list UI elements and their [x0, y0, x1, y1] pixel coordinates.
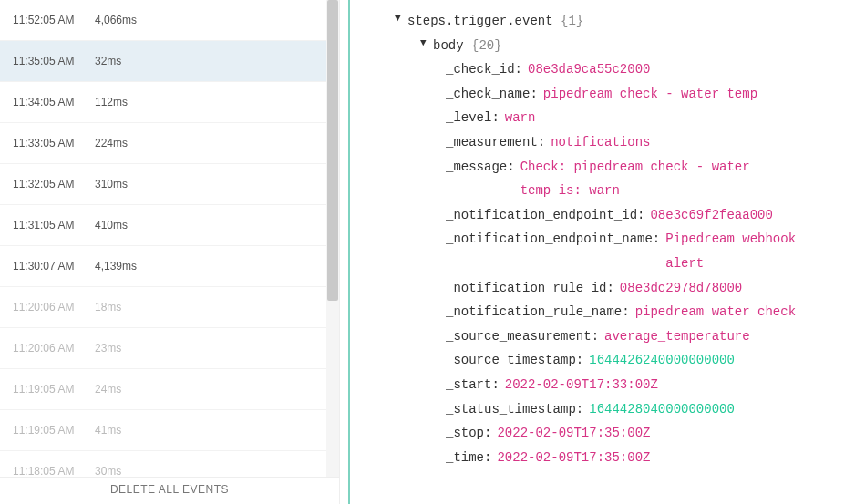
tree-count: {1}	[561, 9, 583, 34]
field-value: 1644426240000000000	[589, 348, 735, 373]
event-duration: 18ms	[95, 301, 326, 314]
tree-node-root[interactable]: ▼ steps.trigger.event {1}	[395, 9, 846, 34]
event-row[interactable]: 11:18:05 AM 30ms	[0, 451, 339, 477]
event-row[interactable]: 11:30:07 AM 4,139ms	[0, 246, 339, 287]
event-row[interactable]: 11:19:05 AM 41ms	[0, 410, 339, 451]
field-value: Check: pipedream check - water temp is: …	[520, 155, 776, 203]
event-duration: 112ms	[95, 96, 326, 108]
field-message[interactable]: _message: Check: pipedream check - water…	[395, 155, 846, 203]
event-time: 11:20:06 AM	[13, 342, 95, 355]
events-list: 11:52:05 AM 4,066ms 11:35:05 AM 32ms 11:…	[0, 0, 339, 477]
event-duration: 41ms	[95, 424, 326, 437]
field-time[interactable]: _time: 2022-02-09T17:35:00Z	[395, 446, 846, 470]
event-time: 11:52:05 AM	[13, 14, 95, 26]
event-duration: 32ms	[95, 55, 326, 67]
event-time: 11:31:05 AM	[13, 219, 95, 231]
scrollbar-track[interactable]	[326, 0, 339, 477]
tree-key: body	[433, 34, 464, 58]
field-source-measurement[interactable]: _source_measurement: average_temperature	[395, 324, 846, 349]
tree-count: {20}	[471, 34, 502, 58]
field-key: _status_timestamp:	[446, 397, 583, 422]
event-row[interactable]: 11:34:05 AM 112ms	[0, 82, 339, 123]
event-duration: 30ms	[95, 465, 326, 477]
field-start[interactable]: _start: 2022-02-09T17:33:00Z	[395, 373, 846, 397]
event-time: 11:30:07 AM	[13, 260, 95, 273]
event-time: 11:20:06 AM	[13, 301, 95, 314]
event-row[interactable]: 11:32:05 AM 310ms	[0, 164, 339, 205]
field-key: _source_measurement:	[446, 324, 599, 349]
field-level[interactable]: _level: warn	[395, 106, 846, 130]
event-duration: 4,066ms	[95, 14, 326, 26]
field-key: _check_id:	[446, 57, 522, 82]
field-key: _measurement:	[446, 130, 545, 155]
panel-divider[interactable]	[340, 0, 358, 504]
tree-node-body[interactable]: ▼ body {20}	[395, 34, 846, 58]
field-status-timestamp[interactable]: _status_timestamp: 1644428040000000000	[395, 397, 846, 422]
event-row[interactable]: 11:52:05 AM 4,066ms	[0, 0, 339, 41]
field-key: _notification_rule_name:	[446, 300, 630, 324]
event-duration: 224ms	[95, 137, 326, 149]
field-value: average_temperature	[604, 324, 750, 349]
field-value: pipedream water check	[635, 300, 796, 324]
field-key: _notification_rule_id:	[446, 276, 614, 301]
event-time: 11:34:05 AM	[13, 96, 95, 108]
caret-down-icon: ▼	[420, 34, 431, 53]
field-notification-endpoint-name[interactable]: _notification_endpoint_name: Pipedream w…	[395, 227, 846, 275]
event-duration: 410ms	[95, 219, 326, 231]
event-time: 11:33:05 AM	[13, 137, 95, 149]
field-key: _notification_endpoint_name:	[446, 227, 660, 252]
field-stop[interactable]: _stop: 2022-02-09T17:35:00Z	[395, 421, 846, 446]
event-row[interactable]: 11:33:05 AM 224ms	[0, 123, 339, 164]
field-key: _stop:	[446, 421, 491, 446]
event-time: 11:32:05 AM	[13, 178, 95, 190]
event-time: 11:35:05 AM	[13, 55, 95, 67]
scrollbar-thumb[interactable]	[327, 0, 338, 301]
field-value: 2022-02-09T17:33:00Z	[505, 373, 658, 397]
field-key: _source_timestamp:	[446, 348, 583, 373]
field-check-name[interactable]: _check_name: pipedream check - water tem…	[395, 82, 846, 107]
event-time: 11:18:05 AM	[13, 465, 95, 477]
field-value: 08e3c69f2feaa000	[650, 203, 772, 228]
event-row[interactable]: 11:20:06 AM 18ms	[0, 287, 339, 328]
event-row[interactable]: 11:31:05 AM 410ms	[0, 205, 339, 246]
event-duration: 310ms	[95, 178, 326, 190]
field-key: _notification_endpoint_id:	[446, 203, 644, 228]
event-row[interactable]: 11:35:05 AM 32ms	[0, 41, 339, 82]
field-notification-rule-name[interactable]: _notification_rule_name: pipedream water…	[395, 300, 846, 324]
field-value: notifications	[551, 130, 650, 155]
delete-events-bar: DELETE ALL EVENTS	[0, 477, 339, 504]
event-time: 11:19:05 AM	[13, 424, 95, 437]
event-row[interactable]: 11:19:05 AM 24ms	[0, 369, 339, 410]
events-panel: 11:52:05 AM 4,066ms 11:35:05 AM 32ms 11:…	[0, 0, 340, 504]
field-value: 2022-02-09T17:35:00Z	[497, 421, 650, 446]
field-check-id[interactable]: _check_id: 08e3da9ca55c2000	[395, 57, 846, 82]
event-time: 11:19:05 AM	[13, 383, 95, 396]
field-measurement[interactable]: _measurement: notifications	[395, 130, 846, 155]
json-viewer: ▼ steps.trigger.event {1} ▼ body {20} _c…	[358, 0, 855, 504]
field-value: warn	[505, 106, 536, 130]
field-key: _message:	[446, 155, 515, 180]
delete-all-events-button[interactable]: DELETE ALL EVENTS	[110, 478, 229, 496]
field-value: pipedream check - water temp	[543, 82, 757, 107]
field-value: 08e3dc2978d78000	[620, 276, 742, 301]
field-key: _start:	[446, 373, 500, 397]
tree-key: steps.trigger.event	[407, 9, 553, 34]
event-duration: 24ms	[95, 383, 326, 396]
event-row[interactable]: 11:20:06 AM 23ms	[0, 328, 339, 369]
caret-down-icon: ▼	[395, 9, 406, 28]
field-notification-endpoint-id[interactable]: _notification_endpoint_id: 08e3c69f2feaa…	[395, 203, 846, 228]
event-duration: 23ms	[95, 342, 326, 355]
field-value: 08e3da9ca55c2000	[528, 57, 650, 82]
event-duration: 4,139ms	[95, 260, 326, 273]
field-key: _time:	[446, 446, 491, 470]
field-value: 1644428040000000000	[589, 397, 735, 422]
field-notification-rule-id[interactable]: _notification_rule_id: 08e3dc2978d78000	[395, 276, 846, 301]
field-value: Pipedream webhook alert	[665, 227, 811, 275]
field-key: _level:	[446, 106, 500, 130]
field-key: _check_name:	[446, 82, 538, 107]
field-value: 2022-02-09T17:35:00Z	[497, 446, 650, 470]
field-source-timestamp[interactable]: _source_timestamp: 1644426240000000000	[395, 348, 846, 373]
